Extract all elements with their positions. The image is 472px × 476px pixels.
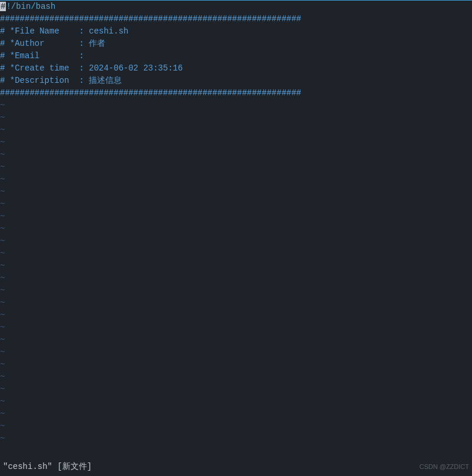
empty-line-tilde: ~ <box>0 247 472 260</box>
watermark: CSDN @ZZDICT <box>420 461 470 473</box>
empty-line-tilde: ~ <box>0 136 472 149</box>
empty-line-tilde: ~ <box>0 198 472 210</box>
shebang-line: #!/bin/bash <box>0 1 472 13</box>
empty-line-tilde: ~ <box>0 173 472 186</box>
empty-line-tilde: ~ <box>0 210 472 223</box>
empty-line-tilde: ~ <box>0 235 472 247</box>
empty-line-tilde: ~ <box>0 149 472 161</box>
file-name-comment: # *File Name : ceshi.sh <box>0 25 472 38</box>
empty-line-tilde: ~ <box>0 186 472 198</box>
empty-lines: ~~~~~~~~~~~~~~~~~~~~~~~~~~~~ <box>0 99 472 445</box>
empty-line-tilde: ~ <box>0 346 472 358</box>
empty-line-tilde: ~ <box>0 309 472 321</box>
empty-line-tilde: ~ <box>0 371 472 383</box>
empty-line-tilde: ~ <box>0 297 472 309</box>
empty-line-tilde: ~ <box>0 161 472 173</box>
empty-line-tilde: ~ <box>0 124 472 136</box>
vim-editor[interactable]: #!/bin/bash ############################… <box>0 1 472 445</box>
empty-line-tilde: ~ <box>0 420 472 433</box>
separator-bottom: ########################################… <box>0 87 472 99</box>
empty-line-tilde: ~ <box>0 433 472 445</box>
separator-top: ########################################… <box>0 13 472 25</box>
author-comment: # *Author : 作者 <box>0 38 472 50</box>
empty-line-tilde: ~ <box>0 321 472 334</box>
empty-line-tilde: ~ <box>0 260 472 272</box>
empty-line-tilde: ~ <box>0 99 472 112</box>
empty-line-tilde: ~ <box>0 383 472 395</box>
empty-line-tilde: ~ <box>0 334 472 346</box>
email-comment: # *Email : <box>0 50 472 62</box>
status-bar: "ceshi.sh" [新文件] CSDN @ZZDICT <box>0 461 472 476</box>
empty-line-tilde: ~ <box>0 223 472 235</box>
empty-line-tilde: ~ <box>0 395 472 408</box>
empty-line-tilde: ~ <box>0 112 472 124</box>
empty-line-tilde: ~ <box>0 358 472 371</box>
empty-line-tilde: ~ <box>0 284 472 297</box>
empty-line-tilde: ~ <box>0 272 472 284</box>
description-comment: # *Description : 描述信息 <box>0 75 472 87</box>
cursor: # <box>0 2 6 11</box>
file-status: "ceshi.sh" [新文件] <box>3 461 92 473</box>
empty-line-tilde: ~ <box>0 408 472 420</box>
create-time-comment: # *Create time : 2024-06-02 23:35:16 <box>0 62 472 75</box>
